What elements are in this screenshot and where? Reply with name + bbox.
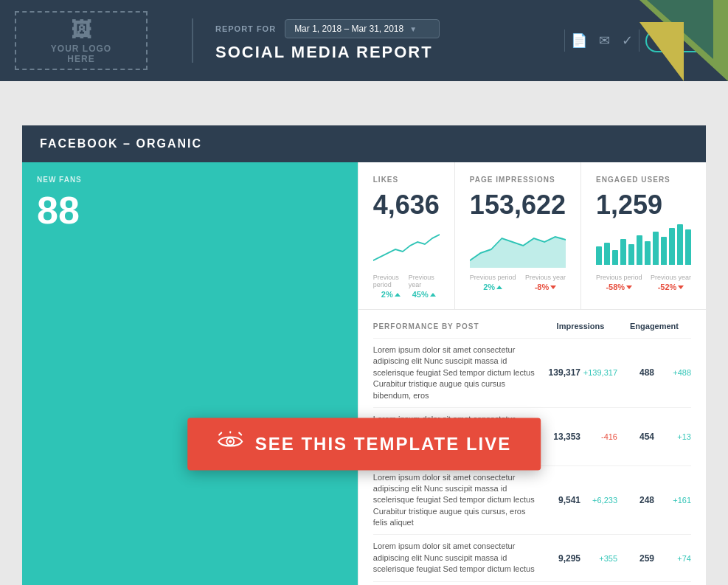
logo-line2: HERE (67, 54, 94, 64)
bar10 (669, 228, 675, 265)
logo-box: 🖼 YOUR LOGO HERE (15, 11, 148, 70)
likes-prev-year-label: Previous year (409, 274, 440, 288)
perf-imp-1: 139,317 (544, 367, 580, 378)
perf-eng-3: 248 (617, 495, 654, 505)
perf-imp-3: 9,541 (544, 495, 580, 505)
arrow-down-icon2 (626, 285, 632, 289)
perf-eng-2: 454 (617, 432, 654, 442)
svg-point-1 (229, 440, 232, 443)
engagement-col-header: Engagement (617, 322, 691, 330)
stats-grid: NEW FANS 88 LIKES 4,636 (22, 162, 706, 585)
new-fans-block: NEW FANS 88 (22, 162, 358, 585)
perf-imp-delta-4: +355 (580, 554, 617, 563)
report-for-label: REPORT FOR (215, 24, 276, 33)
bar1 (596, 246, 602, 265)
bar7 (645, 241, 651, 265)
likes-prev-period-val: 2% (381, 290, 401, 299)
section-header: FACEBOOK – ORGANIC (22, 125, 706, 162)
perf-text-3: Lorem ipsum dolor sit amet consectetur a… (373, 472, 544, 529)
new-fans-value: 88 (37, 191, 343, 229)
page-impressions-label: PAGE IMPRESSIONS (470, 176, 566, 184)
header-decoration (566, 0, 728, 81)
spacer (0, 81, 728, 125)
impressions-col-header: Impressions (544, 322, 617, 330)
header: 🖼 YOUR LOGO HERE REPORT FOR Mar 1, 2018 … (0, 0, 728, 81)
performance-title: PERFORMANCE BY POST (373, 322, 544, 330)
eye-icon (217, 431, 243, 457)
likes-value: 4,636 (373, 190, 440, 221)
bar3 (612, 250, 618, 265)
perf-text-1: Lorem ipsum dolor sit amet consectetur a… (373, 345, 544, 401)
perf-row-3: Lorem ipsum dolor sit amet consectetur a… (373, 465, 691, 535)
date-range-text: Mar 1, 2018 – Mar 31, 2018 (294, 24, 403, 34)
new-fans-label: NEW FANS (37, 176, 343, 184)
chevron-down-icon: ▼ (409, 25, 417, 33)
overlay-banner[interactable]: SEE THIS TEMPLATE LIVE (187, 418, 541, 470)
perf-row-4: Lorem ipsum dolor sit amet consectetur a… (373, 534, 691, 581)
page-impressions-value: 153,622 (470, 190, 566, 221)
section-title: FACEBOOK – ORGANIC (40, 137, 202, 150)
perf-eng-delta-2: +13 (654, 432, 691, 441)
arrow-down-icon3 (678, 285, 684, 289)
arrow-up-icon3 (496, 285, 502, 289)
bar9 (661, 237, 667, 265)
date-dropdown[interactable]: Mar 1, 2018 – Mar 31, 2018 ▼ (285, 19, 440, 38)
perf-imp-delta-1: +139,317 (580, 368, 617, 377)
engaged-users-value: 1,259 (596, 190, 691, 221)
likes-prev-period-label: Previous period (373, 274, 409, 288)
likes-prev-year-val: 45% (412, 290, 436, 299)
bar2 (604, 243, 610, 265)
page-title: SOCIAL MEDIA REPORT (215, 43, 558, 62)
page-impressions-block: PAGE IMPRESSIONS 153,622 Previous period (455, 162, 581, 309)
perf-eng-4: 259 (617, 553, 654, 564)
arrow-up-icon (395, 293, 401, 297)
likes-block: LIKES 4,636 Previous period (358, 162, 455, 309)
perf-eng-delta-4: +74 (654, 554, 691, 563)
perf-text-4: Lorem ipsum dolor sit amet consectetur a… (373, 541, 544, 575)
perf-row-1: Lorem ipsum dolor sit amet consectetur a… (373, 338, 691, 407)
perf-imp-4: 9,295 (544, 553, 580, 564)
header-divider (192, 18, 193, 63)
bar4 (620, 239, 626, 265)
bar12 (685, 229, 691, 265)
eu-prev-year-val: -52% (658, 283, 684, 291)
perf-imp-2: 13,353 (544, 432, 580, 442)
arrow-down-icon (550, 285, 556, 289)
likes-label: LIKES (373, 176, 440, 184)
bar11 (677, 224, 683, 265)
perf-imp-delta-3: +6,233 (580, 496, 617, 505)
logo-line1: YOUR LOGO (51, 44, 111, 54)
facebook-section: FACEBOOK – ORGANIC SEE THIS TEMPLATE LIV… (22, 125, 706, 585)
engaged-users-label: ENGAGED USERS (596, 176, 691, 184)
header-right: REPORT FOR Mar 1, 2018 – Mar 31, 2018 ▼ … (215, 19, 558, 62)
perf-eng-delta-1: +488 (654, 368, 691, 377)
pi-prev-period-val: 2% (483, 283, 502, 291)
bar6 (637, 235, 642, 265)
main-content: SEE THIS TEMPLATE LIVE NEW FANS 88 LIKES… (22, 162, 706, 585)
bar8 (653, 232, 659, 265)
perf-imp-delta-2: -416 (580, 432, 617, 441)
logo-icon: 🖼 (71, 18, 92, 42)
pi-prev-year-val: -8% (535, 283, 557, 291)
overlay-text: SEE THIS TEMPLATE LIVE (255, 434, 512, 454)
eu-prev-period-val: -58% (606, 283, 632, 291)
arrow-up-icon2 (430, 293, 436, 297)
perf-row-5: Lorem ipsum dolor sit amet consectetur a… (373, 581, 691, 585)
perf-eng-delta-3: +161 (654, 496, 691, 505)
engaged-users-block: ENGAGED USERS 1,259 (581, 162, 706, 309)
bar5 (628, 244, 634, 265)
perf-eng-1: 488 (617, 367, 654, 378)
